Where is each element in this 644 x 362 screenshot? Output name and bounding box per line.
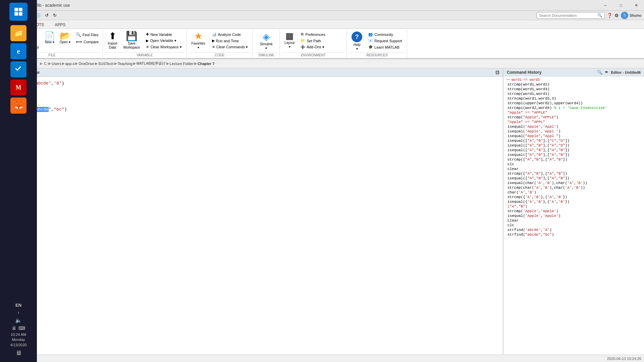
list-item[interactable]: "Apple" == "APPL" xyxy=(505,120,643,124)
history-editor-label[interactable]: Editor - Untitled6 xyxy=(611,70,641,74)
settings-icon-top[interactable]: ⚙ xyxy=(614,13,619,18)
preferences-button[interactable]: ⚙Preferences xyxy=(299,32,326,37)
command-window-body[interactable]: >> strfind('abcde','d') ans = 4 >> strfi… xyxy=(0,77,503,355)
user-avatar[interactable]: S Shumo xyxy=(621,12,641,19)
list-item[interactable]: clc xyxy=(505,223,643,228)
taskbar-volume[interactable]: 🔈 xyxy=(15,317,22,323)
list-item[interactable]: clear xyxy=(505,167,643,171)
list-item[interactable]: strcmpi(upper(word2),upper(word4)) xyxy=(505,101,643,106)
history-edit-icon[interactable]: ✏ xyxy=(605,70,608,74)
path-teaching[interactable]: Teaching xyxy=(118,62,132,66)
list-item[interactable]: strcmp(char('A','B'),char('A','B')) xyxy=(505,185,643,190)
taskbar-notification[interactable]: 🖥 xyxy=(15,350,21,356)
minimize-button[interactable]: ─ xyxy=(598,0,613,11)
list-item[interactable]: "Apple" == "APPLE" xyxy=(505,110,643,115)
list-item[interactable]: strcmp(word1,word1) xyxy=(505,92,643,96)
cmd-output-2: ans = xyxy=(4,114,499,121)
community-button[interactable]: 👥Community xyxy=(367,32,404,37)
clear-commands-button[interactable]: ✕Clear Commands ▾ xyxy=(211,44,250,50)
path-c[interactable]: C: xyxy=(44,62,48,66)
favorites-button[interactable]: ★ Favorites▾ xyxy=(189,30,208,51)
list-item[interactable]: strncmp(word1,word3,3) xyxy=(505,96,643,101)
help-button[interactable]: ? Help▾ xyxy=(349,30,365,52)
list-item[interactable]: isequal(["A","B"],["A","B"]) xyxy=(505,148,643,153)
list-item[interactable]: isequal("Apple","Appl ") xyxy=(505,134,643,138)
list-item[interactable]: clear xyxy=(505,218,643,223)
tab-apps[interactable]: APPS xyxy=(49,21,71,28)
learn-matlab-button[interactable]: 🎓Learn MATLAB xyxy=(367,44,404,50)
analyze-code-button[interactable]: 📊Analyze Code xyxy=(211,32,250,37)
svg-rect-3 xyxy=(19,12,22,15)
command-history: Command History 🔍 ✏ Editor - Untitled6 ─… xyxy=(503,68,644,355)
taskbar-file-explorer[interactable]: 📁 xyxy=(10,25,26,41)
path-chapter[interactable]: Chapter 7 xyxy=(198,62,215,66)
cmd-output-1: ans = xyxy=(4,87,499,95)
path-apps[interactable]: app-s xyxy=(65,62,75,66)
request-support-button[interactable]: 📧Request Support xyxy=(367,38,404,44)
list-item[interactable]: strcmp(["A","B"],["A","B"]) xyxy=(505,171,643,176)
new-button[interactable]: 📄 New ▾ xyxy=(42,30,57,45)
path-lecture[interactable]: Lecture Folder xyxy=(170,62,194,66)
search-documentation-input[interactable] xyxy=(539,13,596,17)
list-item[interactable]: isequal(["A","B"],["C","D"]) xyxy=(505,138,643,143)
new-variable-button[interactable]: ✚New Variable xyxy=(145,32,183,37)
clear-workspace-button[interactable]: ✕Clear Workspace ▾ xyxy=(145,44,183,50)
path-users[interactable]: Users xyxy=(52,62,61,66)
command-history-body[interactable]: ── word1 == word3 strcmp(word1,word2) st… xyxy=(503,76,644,355)
path-matlab[interactable]: MATLAB程序设计 xyxy=(137,61,166,66)
simulink-button[interactable]: ◈ Simulink▾ xyxy=(257,31,275,52)
taskbar-browser[interactable]: e xyxy=(10,43,26,59)
content-area: Command Window ⊡ >> strfind('abcde','d')… xyxy=(0,68,644,355)
list-item[interactable]: char('A','B') xyxy=(505,190,643,195)
quick-access-undo2[interactable]: ↺ xyxy=(43,12,50,19)
list-item[interactable]: strfind('abcde','d') xyxy=(505,228,643,232)
close-button[interactable]: ✕ xyxy=(629,0,644,11)
path-sustech[interactable]: SUSTech xyxy=(98,62,114,66)
start-button[interactable] xyxy=(9,3,28,21)
set-path-button[interactable]: 📁Set Path xyxy=(299,38,326,44)
add-ons-button[interactable]: ➕Add-Ons ▾ xyxy=(299,44,326,50)
list-item[interactable]: isequal(["A","B"],["A","B"]) xyxy=(505,153,643,157)
code-group-label: CODE xyxy=(189,52,251,57)
list-item[interactable]: isequal('Apple','Appl') xyxy=(505,124,643,129)
list-item[interactable]: ["A","B"] xyxy=(505,204,643,209)
taskbar-firefox[interactable]: 🦊 xyxy=(10,98,26,114)
list-item[interactable]: strcmp('Apple','Apple') xyxy=(505,209,643,214)
quick-access-redo2[interactable]: ↻ xyxy=(51,12,58,19)
command-window-collapse[interactable]: ⊡ xyxy=(495,70,499,75)
list-item[interactable]: isequal(["A","B"],["A","D"]) xyxy=(505,143,643,148)
list-item[interactable]: strcmp(word1,word2) xyxy=(505,82,643,87)
taskbar-keyboard[interactable]: ⌨ xyxy=(18,325,25,331)
list-item[interactable]: strcmp(["A","B"],["A","B"]) xyxy=(505,157,643,162)
path-onedrive[interactable]: OneDrive xyxy=(78,62,94,66)
import-data-button[interactable]: ⬆ ImportData xyxy=(105,30,120,51)
find-files-button[interactable]: 🔍Find Files xyxy=(74,32,100,38)
save-workspace-button[interactable]: 💾 SaveWorkspace xyxy=(121,30,143,51)
list-item[interactable]: isequal('Apple','Apple') xyxy=(505,214,643,218)
help-icon-top[interactable]: ❓ xyxy=(607,13,612,18)
cmd-line-2: >> strfind("abcde","bc") xyxy=(4,106,499,113)
list-item[interactable]: clc xyxy=(505,162,643,167)
list-item[interactable]: strfind("abcde","bc") xyxy=(505,232,643,237)
list-item[interactable]: isequal({'A','B'},{'A','B'}) xyxy=(505,199,643,204)
run-and-time-button[interactable]: ▶Run and Time xyxy=(211,38,250,44)
taskbar-matlab[interactable]: M xyxy=(10,79,26,96)
list-item[interactable]: strcmp(word1,word3) xyxy=(505,87,643,92)
open-variable-button[interactable]: ▶Open Variable ▾ xyxy=(145,38,183,44)
layout-button[interactable]: ▦ Layout▾ xyxy=(282,30,297,50)
compare-button[interactable]: ⟺Compare xyxy=(74,39,100,45)
maximize-button[interactable]: □ xyxy=(613,0,629,11)
taskbar-vscode[interactable] xyxy=(10,61,26,77)
list-item[interactable]: isequal(char('A','B'),char('A','B')) xyxy=(505,181,643,185)
list-item[interactable]: strcmp("Apple","APPLE") xyxy=(505,115,643,120)
list-item[interactable]: strcmpi(word2,word4) % i = 'case Insensi… xyxy=(505,106,643,110)
open-button[interactable]: 📂 Open ▾ xyxy=(58,30,72,45)
list-item[interactable]: isequal('Apple','Appl ') xyxy=(505,129,643,134)
taskbar-monitor[interactable]: 🖥 xyxy=(12,325,16,331)
cmd-line-1: >> strfind('abcde','d') xyxy=(4,79,499,87)
status-timestamp: 2020-04-13 10:24:26 xyxy=(607,357,641,361)
history-search-icon[interactable]: 🔍 xyxy=(597,70,602,75)
list-item[interactable]: isequal(["A","B"],["A","B"]) xyxy=(505,176,643,181)
list-item[interactable]: strcmp({'A','B'},{'A','B'}) xyxy=(505,195,643,199)
taskbar-chevron[interactable]: › xyxy=(10,310,27,315)
